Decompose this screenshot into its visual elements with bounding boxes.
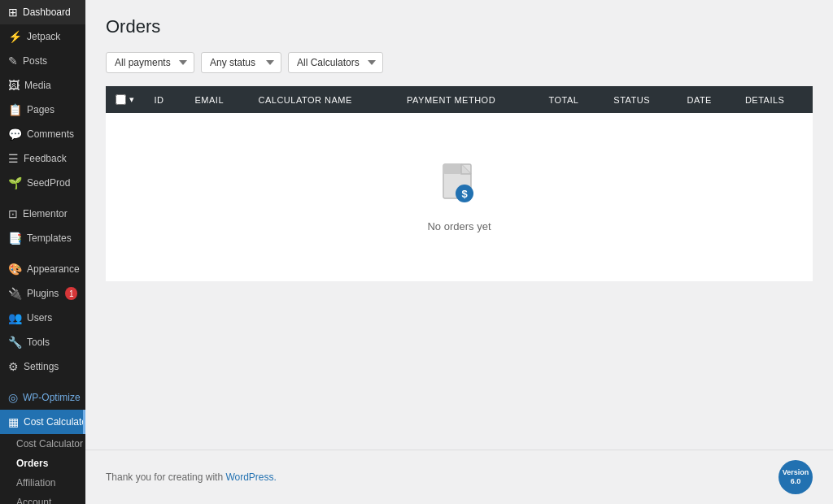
feedback-icon: ☰ (8, 152, 19, 165)
comments-icon: 💬 (8, 128, 22, 141)
dashboard-icon: ⊞ (8, 6, 18, 19)
version-badge[interactable]: Version 6.0 (778, 460, 813, 494)
table-body: $ No orders yet (106, 113, 813, 281)
sidebar-item-label: Feedback (24, 153, 67, 164)
thank-you-text: Thank you for creating with (106, 471, 225, 483)
media-icon: 🖼 (8, 79, 20, 92)
sidebar-item-label: Comments (27, 128, 74, 140)
sidebar-item-posts[interactable]: ✎ Posts (0, 49, 85, 73)
sidebar-item-label: Plugins (27, 288, 59, 299)
content-area: Orders All paymentsPaidUnpaidPending Any… (85, 0, 833, 450)
sidebar-item-jetpack[interactable]: ⚡ Jetpack (0, 24, 85, 49)
sidebar-item-label: Tools (27, 337, 50, 348)
sidebar-item-label: Users (27, 312, 52, 324)
sidebar-item-tools[interactable]: 🔧 Tools (0, 330, 85, 354)
sidebar-item-cost-calculator[interactable]: ▦ Cost Calculator (0, 410, 85, 434)
footer: Thank you for creating with WordPress. V… (85, 450, 833, 504)
plugins-icon: 🔌 (8, 287, 22, 300)
select-all-column: ▾ (106, 86, 145, 113)
sidebar-item-label: Templates (27, 232, 72, 244)
col-date: DATE (677, 86, 735, 113)
users-icon: 👥 (8, 311, 22, 324)
tools-icon: 🔧 (8, 336, 22, 349)
cost-calculator-submenu: Cost Calculator Orders Affiliation Accou… (0, 434, 85, 504)
empty-state: $ No orders yet (106, 113, 813, 281)
jetpack-icon: ⚡ (8, 30, 22, 43)
calculator-filter[interactable]: All Calculators (288, 52, 383, 73)
sidebar-item-dashboard[interactable]: ⊞ Dashboard (0, 0, 85, 24)
wp-optimize-icon: ◎ (8, 391, 18, 404)
filters-row: All paymentsPaidUnpaidPending Any status… (106, 52, 813, 73)
appearance-icon: 🎨 (8, 263, 22, 276)
sidebar-item-plugins[interactable]: 🔌 Plugins 1 (0, 281, 85, 306)
elementor-icon: ⊡ (8, 207, 18, 220)
orders-table: ▾ ID EMAIL CALCULATOR NAME PAYMENT METHO… (106, 86, 813, 281)
submenu-item-account[interactable]: Account (0, 493, 85, 504)
sidebar-item-settings[interactable]: ⚙ Settings (0, 354, 85, 379)
footer-text: Thank you for creating with WordPress. (106, 471, 277, 483)
sidebar-item-label: Cost Calculator (24, 416, 85, 428)
sidebar-item-media[interactable]: 🖼 Media (0, 73, 85, 98)
seedprod-icon: 🌱 (8, 176, 22, 189)
sidebar-item-label: Jetpack (27, 31, 60, 42)
sidebar-item-label: Dashboard (23, 7, 71, 18)
sidebar-item-label: Settings (24, 361, 59, 372)
empty-icon: $ (439, 162, 480, 211)
pages-icon: 📋 (8, 103, 22, 116)
sidebar-item-wp-optimize[interactable]: ◎ WP-Optimize (0, 385, 85, 410)
sidebar-item-label: SeedProd (27, 177, 70, 189)
col-total: TOTAL (539, 86, 604, 113)
sidebar-item-label: Media (24, 80, 51, 91)
sidebar-item-seedprod[interactable]: 🌱 SeedProd (0, 171, 85, 195)
plugins-badge: 1 (65, 287, 77, 300)
page-title: Orders (106, 16, 813, 37)
sidebar-item-label: Posts (23, 55, 47, 67)
svg-text:$: $ (461, 188, 468, 200)
sidebar: ⊞ Dashboard ⚡ Jetpack ✎ Posts 🖼 Media 📋 … (0, 0, 85, 504)
col-details: DETAILS (735, 86, 813, 113)
sort-indicator: ▾ (129, 94, 135, 105)
sidebar-item-users[interactable]: 👥 Users (0, 306, 85, 330)
sidebar-item-comments[interactable]: 💬 Comments (0, 122, 85, 146)
cost-calculator-icon: ▦ (8, 415, 19, 428)
sidebar-item-label: Appearance (27, 263, 80, 275)
version-label: Version 6.0 (778, 468, 813, 486)
sidebar-item-label: Pages (27, 104, 55, 115)
submenu-item-affiliation[interactable]: Affiliation (0, 473, 85, 493)
posts-icon: ✎ (8, 54, 18, 67)
main-content: Orders All paymentsPaidUnpaidPending Any… (85, 0, 833, 504)
empty-message: No orders yet (122, 220, 796, 232)
sidebar-item-label: WP-Optimize (23, 392, 81, 403)
templates-icon: 📑 (8, 232, 22, 245)
sidebar-item-label: Elementor (23, 208, 68, 219)
status-filter[interactable]: Any statusCompletedPendingFailed (201, 52, 281, 73)
sidebar-item-templates[interactable]: 📑 Templates (0, 226, 85, 250)
submenu-item-orders[interactable]: Orders (0, 454, 85, 473)
sidebar-item-elementor[interactable]: ⊡ Elementor (0, 202, 85, 226)
col-status: STATUS (604, 86, 677, 113)
col-email: EMAIL (185, 86, 249, 113)
sidebar-item-pages[interactable]: 📋 Pages (0, 98, 85, 122)
table-header: ▾ ID EMAIL CALCULATOR NAME PAYMENT METHO… (106, 86, 813, 113)
settings-icon: ⚙ (8, 360, 19, 373)
svg-rect-1 (443, 164, 461, 174)
payment-filter[interactable]: All paymentsPaidUnpaidPending (106, 52, 194, 73)
col-id: ID (145, 86, 185, 113)
wordpress-link[interactable]: WordPress. (225, 471, 276, 483)
submenu-item-cost-calculator[interactable]: Cost Calculator (0, 434, 85, 454)
sidebar-item-feedback[interactable]: ☰ Feedback (0, 146, 85, 171)
col-payment-method: PAYMENT METHOD (397, 86, 539, 113)
col-calculator-name: CALCULATOR NAME (249, 86, 398, 113)
sidebar-item-appearance[interactable]: 🎨 Appearance (0, 257, 85, 281)
select-all-checkbox[interactable] (116, 94, 126, 105)
